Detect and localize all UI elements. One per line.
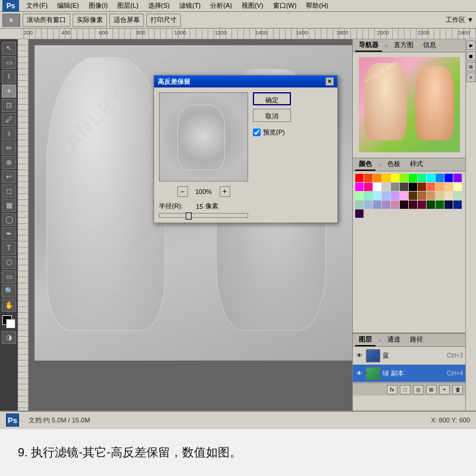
tab-swatches[interactable]: 色板: [384, 158, 404, 171]
right-icon-2[interactable]: ◼: [466, 51, 476, 61]
tab-paths[interactable]: 路径: [406, 334, 427, 346]
color-swatch[interactable]: [355, 209, 364, 218]
zoom-out-btn[interactable]: −: [177, 186, 188, 197]
color-swatch-red[interactable]: [355, 174, 364, 182]
fit-screen-btn[interactable]: 适合屏幕: [109, 14, 144, 27]
layer-row-green-copy[interactable]: 👁 绿 副本 Ctrl+4: [353, 365, 465, 383]
dialog-close-btn[interactable]: ✕: [325, 77, 334, 86]
tab-info[interactable]: 信息: [419, 39, 440, 52]
color-swatch[interactable]: [427, 192, 435, 200]
dodge-tool[interactable]: ◯: [2, 213, 16, 226]
color-swatch-magenta[interactable]: [355, 183, 364, 191]
color-swatch[interactable]: [436, 183, 444, 191]
right-icon-3[interactable]: ⊞: [466, 62, 476, 71]
menu-file[interactable]: 文件(F): [24, 1, 50, 10]
color-swatch[interactable]: [391, 201, 399, 209]
color-swatch[interactable]: [355, 201, 364, 209]
menu-layer[interactable]: 图层(L): [115, 1, 140, 10]
menu-edit[interactable]: 编辑(E): [55, 1, 82, 10]
history-brush[interactable]: ↩: [2, 170, 16, 183]
cancel-btn[interactable]: 取消: [253, 109, 291, 122]
clone-tool[interactable]: ⊕: [2, 156, 16, 169]
pen-tool[interactable]: ✒: [2, 227, 16, 240]
menu-select[interactable]: 选择(S): [146, 1, 173, 10]
tab-histogram[interactable]: 直方图: [390, 39, 417, 52]
color-swatch-yellow[interactable]: [391, 174, 399, 182]
foreground-bg-color[interactable]: [2, 315, 15, 328]
dialog-preview-area[interactable]: [159, 92, 248, 181]
color-swatch[interactable]: [373, 174, 381, 182]
type-tool[interactable]: T: [2, 242, 16, 255]
path-select[interactable]: ⬡: [2, 256, 16, 269]
color-swatch[interactable]: [453, 183, 462, 191]
color-swatch[interactable]: [382, 183, 390, 191]
color-swatch[interactable]: [444, 192, 453, 200]
menu-analysis[interactable]: 分析(A): [208, 1, 234, 10]
gradient-tool[interactable]: ▦: [2, 199, 16, 212]
shape-tool[interactable]: ▭: [2, 270, 16, 283]
actual-pixels-btn[interactable]: 实际像素: [73, 14, 107, 27]
marquee-tool[interactable]: ▭: [2, 56, 16, 69]
color-swatch[interactable]: [409, 192, 417, 200]
color-swatch[interactable]: [400, 183, 408, 191]
color-swatch[interactable]: [436, 201, 444, 209]
scroll-all-windows-btn[interactable]: 滚动所有窗口: [23, 14, 70, 27]
color-swatch[interactable]: [364, 201, 372, 209]
color-swatch[interactable]: [391, 183, 399, 191]
right-icon-1[interactable]: ▶: [466, 40, 476, 50]
zoom-tool[interactable]: 🔍: [2, 284, 16, 298]
color-swatch[interactable]: [436, 192, 444, 200]
color-swatch[interactable]: [453, 201, 462, 209]
color-swatch[interactable]: [373, 192, 381, 200]
color-swatch[interactable]: [391, 192, 399, 200]
color-swatch-white[interactable]: [373, 183, 381, 191]
color-swatch-cyan[interactable]: [427, 174, 435, 182]
print-size-btn[interactable]: 打印尺寸: [146, 14, 181, 27]
color-swatch[interactable]: [427, 183, 435, 191]
right-icon-4[interactable]: ≡: [466, 73, 476, 82]
color-swatch[interactable]: [364, 183, 372, 191]
crop-tool[interactable]: ⊡: [2, 99, 16, 112]
tab-color[interactable]: 颜色: [355, 158, 375, 171]
brush-tool[interactable]: ✏: [2, 142, 16, 155]
navigator-image[interactable]: STANLEY WOO: [359, 57, 460, 152]
eyedropper-tool[interactable]: 🖊: [2, 113, 16, 126]
color-swatch[interactable]: [355, 192, 364, 200]
confirm-btn[interactable]: 确定: [253, 92, 291, 105]
color-swatch-black[interactable]: [409, 183, 417, 191]
color-swatch[interactable]: [373, 201, 381, 209]
color-swatch[interactable]: [453, 174, 462, 182]
color-swatch-blue[interactable]: [444, 174, 453, 182]
color-swatch[interactable]: [364, 192, 372, 200]
layer-delete-btn[interactable]: 🗑: [452, 385, 463, 394]
menu-help[interactable]: 帮助(H): [303, 1, 330, 10]
tab-navigator[interactable]: 导航器: [355, 39, 382, 52]
preview-checkbox[interactable]: [253, 129, 261, 136]
color-swatch[interactable]: [409, 201, 417, 209]
color-swatch[interactable]: [444, 201, 453, 209]
layer-new-btn[interactable]: +: [439, 385, 450, 394]
move-tool[interactable]: ↖: [2, 42, 16, 55]
canvas-area[interactable]: STANLEY WOO STANLEY WOO STANLEY WOO 高反差保…: [29, 39, 352, 411]
zoom-in-btn[interactable]: +: [220, 186, 230, 197]
layer-fx-btn[interactable]: fx: [387, 385, 397, 394]
color-swatch[interactable]: [436, 174, 444, 182]
tab-layers[interactable]: 图层: [355, 334, 375, 346]
quick-mask[interactable]: ◑: [2, 331, 16, 344]
menu-filter[interactable]: 滤镜(T): [177, 1, 203, 10]
healing-tool[interactable]: ⚕: [2, 127, 16, 140]
color-swatch[interactable]: [418, 174, 426, 182]
layer-visibility-eye[interactable]: 👁: [355, 352, 364, 360]
color-swatch[interactable]: [400, 192, 408, 200]
tab-channels[interactable]: 通道: [384, 334, 404, 346]
eraser-tool[interactable]: ◻: [2, 184, 16, 198]
menu-view[interactable]: 视图(V): [239, 1, 266, 10]
layer-mask-btn[interactable]: □: [400, 385, 411, 394]
layer-adjustment-btn[interactable]: ◎: [413, 385, 424, 394]
color-swatch[interactable]: [364, 174, 372, 182]
tab-styles[interactable]: 样式: [406, 158, 427, 171]
color-swatch[interactable]: [444, 183, 453, 191]
layer-group-btn[interactable]: ⊞: [426, 385, 437, 394]
color-swatch[interactable]: [418, 192, 426, 200]
menu-image[interactable]: 图像(I): [86, 1, 110, 10]
